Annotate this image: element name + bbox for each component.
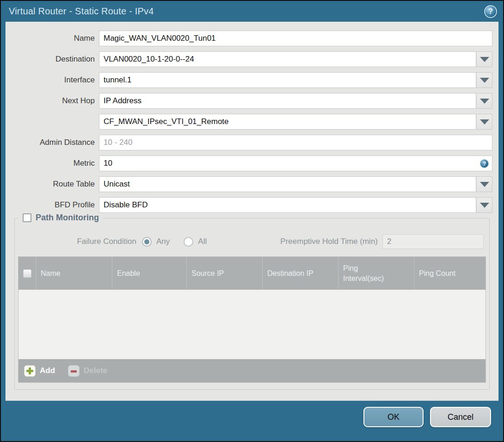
help-icon[interactable]: ? xyxy=(484,5,497,18)
cancel-button[interactable]: Cancel xyxy=(430,407,491,427)
next-hop-label: Next Hop xyxy=(6,96,99,106)
failure-condition-label: Failure Condition xyxy=(18,237,142,246)
path-monitoring-section: Path Monitoring Failure Condition Any Al… xyxy=(14,218,490,390)
dialog-content: Name Destination Interface xyxy=(6,22,498,401)
dialog-footer: OK Cancel xyxy=(1,401,503,441)
static-route-dialog: Virtual Router - Static Route - IPv4 ? N… xyxy=(0,0,504,442)
next-hop-address-input[interactable] xyxy=(99,114,476,130)
admin-distance-input[interactable] xyxy=(99,135,492,150)
admin-distance-label: Admin Distance xyxy=(6,138,99,147)
metric-input[interactable] xyxy=(99,156,492,171)
route-table-label: Route Table xyxy=(6,180,99,189)
delete-button[interactable]: Delete xyxy=(68,365,107,377)
bfd-profile-input[interactable] xyxy=(99,197,476,213)
route-table-dropdown-button[interactable] xyxy=(476,176,492,192)
add-button-label: Add xyxy=(40,366,55,375)
admin-distance-row: Admin Distance xyxy=(6,135,492,150)
name-row: Name xyxy=(6,31,492,46)
chevron-down-icon xyxy=(480,182,489,187)
add-plus-icon xyxy=(24,365,36,377)
metric-label: Metric xyxy=(6,159,99,168)
failure-condition-row: Failure Condition Any All Preemptive Hol… xyxy=(18,234,484,249)
bfd-profile-row: BFD Profile xyxy=(6,197,492,213)
table-body-empty xyxy=(18,290,486,359)
next-hop-address-dropdown-button[interactable] xyxy=(476,114,492,130)
ok-button[interactable]: OK xyxy=(363,407,424,427)
delete-minus-icon xyxy=(68,365,80,377)
radio-icon xyxy=(184,237,193,247)
destination-dropdown-button[interactable] xyxy=(476,51,492,67)
name-label: Name xyxy=(6,34,99,43)
bfd-profile-dropdown-button[interactable] xyxy=(476,197,492,213)
header-cell-source-ip: Source IP xyxy=(186,257,262,290)
delete-button-label: Delete xyxy=(84,366,107,375)
interface-input[interactable] xyxy=(99,72,476,88)
next-hop-type-dropdown-button[interactable] xyxy=(476,93,492,109)
chevron-down-icon xyxy=(480,78,489,83)
header-cell-ping-interval: Ping Interval(sec) xyxy=(338,257,414,290)
header-cell-ping-count: Ping Count xyxy=(414,257,486,290)
bfd-profile-label: BFD Profile xyxy=(6,200,99,210)
chevron-down-icon xyxy=(480,57,489,62)
select-all-checkbox[interactable] xyxy=(23,269,31,278)
destination-label: Destination xyxy=(6,55,99,64)
info-icon: ? xyxy=(480,159,489,168)
name-input[interactable] xyxy=(99,31,492,46)
radio-option-any[interactable]: Any xyxy=(142,237,170,247)
path-monitoring-checkbox[interactable] xyxy=(23,213,31,222)
chevron-down-icon xyxy=(480,99,489,104)
header-cell-enable: Enable xyxy=(112,257,186,290)
header-cell-select xyxy=(18,257,36,290)
radio-label-any: Any xyxy=(156,237,170,246)
header-cell-destination-ip: Destination IP xyxy=(262,257,338,290)
radio-label-all: All xyxy=(198,237,207,246)
route-table-input[interactable] xyxy=(99,176,476,192)
add-button[interactable]: Add xyxy=(24,365,55,377)
chevron-down-icon xyxy=(480,119,489,125)
path-monitoring-legend: Path Monitoring xyxy=(18,213,103,223)
route-table-row: Route Table xyxy=(6,176,492,192)
next-hop-row: Next Hop xyxy=(6,93,492,109)
preemptive-hold-time-label: Preemptive Hold Time (min) xyxy=(280,237,382,246)
path-monitoring-title: Path Monitoring xyxy=(36,213,99,223)
interface-dropdown-button[interactable] xyxy=(476,72,492,88)
radio-icon xyxy=(142,237,152,247)
failure-condition-radio-group: Any All xyxy=(142,237,207,247)
interface-label: Interface xyxy=(6,75,99,85)
next-hop-type-input[interactable] xyxy=(99,93,476,109)
next-hop-address-row xyxy=(6,114,492,130)
metric-row: Metric ? xyxy=(6,156,492,171)
interface-row: Interface xyxy=(6,72,492,88)
destination-input[interactable] xyxy=(99,51,476,67)
preemptive-hold-time-input[interactable] xyxy=(382,234,484,249)
path-monitoring-table: Name Enable Source IP Destination IP Pin… xyxy=(18,256,486,383)
table-header: Name Enable Source IP Destination IP Pin… xyxy=(18,257,486,290)
destination-row: Destination xyxy=(6,51,492,67)
table-toolbar: Add Delete xyxy=(18,359,486,382)
header-cell-name: Name xyxy=(36,257,112,290)
radio-option-all[interactable]: All xyxy=(184,237,207,247)
chevron-down-icon xyxy=(480,203,489,208)
dialog-titlebar: Virtual Router - Static Route - IPv4 ? xyxy=(1,1,503,22)
dialog-title: Virtual Router - Static Route - IPv4 xyxy=(9,6,154,17)
